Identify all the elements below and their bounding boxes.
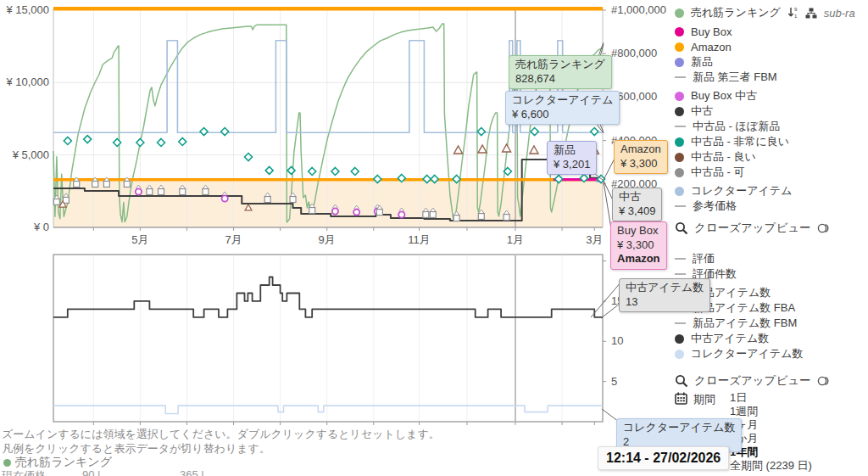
- legend-item-label: 中古品 - 非常に良い: [691, 134, 789, 149]
- legend-item-中古品 - 可[interactable]: 中古品 - 可: [675, 165, 868, 180]
- axis-tick-label: #800,000: [611, 47, 657, 59]
- legend-line-icon: [675, 258, 686, 260]
- legend-dot-icon: [675, 137, 684, 147]
- legend-dot-icon: [675, 107, 684, 116]
- legend-item-label: Buy Box 中古: [691, 88, 757, 104]
- legend-dot-icon: [675, 334, 684, 344]
- marker-diamond: [136, 138, 144, 146]
- legend-item-新品アイテム数 FBM[interactable]: 新品アイテム数 FBM: [675, 316, 868, 331]
- period-option-1週間[interactable]: 1週間: [724, 405, 812, 418]
- legend-item-Amazon[interactable]: Amazon: [675, 39, 868, 54]
- legend-item-コレクターアイテム[interactable]: コレクターアイテム: [675, 183, 868, 199]
- legend-item-label: Buy Box: [691, 25, 732, 38]
- marker-square: [53, 199, 59, 204]
- marker-diamond: [591, 128, 598, 136]
- tooltip-used-price: 中古¥ 3,409: [612, 188, 662, 221]
- marker-diamond: [84, 136, 92, 143]
- closeup-view-label: クローズアップビュー: [694, 373, 811, 389]
- marker-square: [92, 181, 98, 187]
- legend-item-売れ筋ランキング[interactable]: 売れ筋ランキング91sub-ra: [675, 5, 868, 20]
- period-option-全期間 (2239 日)[interactable]: 全期間 (2239 日): [724, 459, 812, 473]
- calendar-icon: [675, 392, 687, 405]
- axis-tick-label: ¥ 5,000: [0, 148, 49, 161]
- marker-square: [124, 181, 130, 187]
- legend-line-icon: [675, 205, 686, 207]
- marker-diamond: [265, 166, 273, 174]
- x-axis-month-label: 5月: [131, 232, 148, 248]
- marker-diamond: [64, 137, 71, 144]
- marker-diamond: [221, 128, 229, 136]
- marker-square: [309, 208, 315, 214]
- legend-dot-icon: [675, 42, 684, 52]
- marker-circle: [136, 188, 142, 194]
- marker-square: [376, 210, 382, 216]
- legend-item-新品 第三者 FBM[interactable]: 新品 第三者 FBM: [675, 70, 868, 85]
- marker-triangle: [454, 146, 463, 154]
- marker-square: [180, 189, 186, 195]
- marker-square: [147, 189, 153, 195]
- legend-dot-icon: [675, 187, 684, 196]
- legend-item-中古[interactable]: 中古: [675, 104, 868, 119]
- legend-item-label: 中古: [691, 104, 713, 119]
- x-axis-month-label: 9月: [319, 232, 336, 248]
- legend-item-コレクターアイテム数[interactable]: コレクターアイテム数: [675, 346, 868, 361]
- tooltip-datetime: 12:14 - 27/02/2026: [598, 446, 729, 470]
- legend-item-新品[interactable]: 新品: [675, 54, 868, 70]
- legend-item-中古品 - 良い[interactable]: 中古品 - 良い: [675, 149, 868, 165]
- tooltip-amazon-price: Amazon¥ 3,300: [614, 140, 668, 174]
- sitemap-icon[interactable]: [805, 8, 817, 19]
- x-axis-month-label: 3月: [586, 232, 603, 248]
- legend-item-参考価格[interactable]: 参考価格: [675, 199, 868, 214]
- marker-diamond: [158, 138, 165, 146]
- legend-item-評価[interactable]: 評価: [675, 251, 868, 266]
- marker-diamond: [114, 138, 121, 146]
- closeup-view-label: クローズアップビュー: [694, 221, 811, 236]
- axis-tick-label: 5: [611, 375, 617, 388]
- legend-item-中古アイテム数[interactable]: 中古アイテム数: [675, 331, 868, 346]
- toggle-off-icon[interactable]: [817, 223, 832, 233]
- axis-tick-label: 10: [611, 334, 623, 347]
- marker-circle: [222, 195, 228, 201]
- legend-item-label: 新品: [691, 54, 713, 70]
- marker-diamond: [179, 137, 186, 145]
- closeup-view-button-top[interactable]: クローズアップビュー: [675, 221, 832, 236]
- sort-descending-icon[interactable]: 91: [787, 7, 798, 19]
- closeup-view-button-bottom[interactable]: クローズアップビュー: [675, 373, 832, 389]
- legend-dot-icon: [675, 8, 684, 18]
- legend-item-中古品 - ほぼ新品[interactable]: 中古品 - ほぼ新品: [675, 119, 868, 134]
- legend-item-label: 中古アイテム数: [691, 331, 769, 346]
- marker-circle: [332, 208, 338, 214]
- x-axis-month-label: 11月: [408, 232, 431, 248]
- marker-square: [103, 181, 109, 187]
- axis-tick-label: ¥ 0: [0, 221, 49, 233]
- legend-item-label: 新品アイテム数 FBM: [693, 316, 797, 331]
- legend-item-label: 中古品 - ほぼ新品: [693, 119, 780, 134]
- marker-square: [290, 197, 296, 203]
- legend-item-label: Amazon: [691, 41, 732, 53]
- svg-text:1: 1: [794, 14, 798, 19]
- marker-diamond: [200, 128, 208, 136]
- period-label: 期間: [693, 392, 715, 407]
- legend-item-Buy Box[interactable]: Buy Box: [675, 24, 868, 39]
- marker-diamond: [477, 128, 485, 136]
- legend-item-Buy Box 中古[interactable]: Buy Box 中古: [675, 88, 868, 104]
- toggle-off-icon[interactable]: [817, 376, 832, 386]
- legend-item-label: コレクターアイテム: [691, 183, 792, 199]
- legend-dot-icon: [675, 168, 684, 177]
- marker-diamond: [531, 128, 538, 136]
- period-option-1日[interactable]: 1日: [724, 391, 812, 405]
- marker-circle: [353, 209, 359, 215]
- sub-rank-label: sub-ra: [824, 7, 855, 20]
- legend-line-icon: [675, 126, 686, 127]
- x-axis-month-label: 1月: [507, 232, 524, 248]
- footer-partial-table-row: 現在価格 90 | 365 |: [2, 468, 341, 476]
- marker-diamond: [245, 154, 253, 161]
- marker-triangle: [530, 146, 538, 154]
- legend-item-中古品 - 非常に良い[interactable]: 中古品 - 非常に良い: [675, 134, 868, 149]
- tooltip-buybox-price: Buy Box¥ 3,300Amazon: [610, 221, 667, 270]
- legend-item-label: 新品 第三者 FBM: [693, 70, 777, 85]
- tooltip-sales-rank: 売れ筋ランキング828,674: [509, 55, 612, 89]
- legend-dot-icon: [675, 350, 684, 359]
- zoom-hint-text: ズームインするには領域を選択してください。ダブルクリックするとリセットします。: [2, 427, 440, 442]
- keepa-price-chart-page: ¥ 15,000¥ 10,000¥ 5,000¥ 0#1,000,000#800…: [0, 0, 868, 476]
